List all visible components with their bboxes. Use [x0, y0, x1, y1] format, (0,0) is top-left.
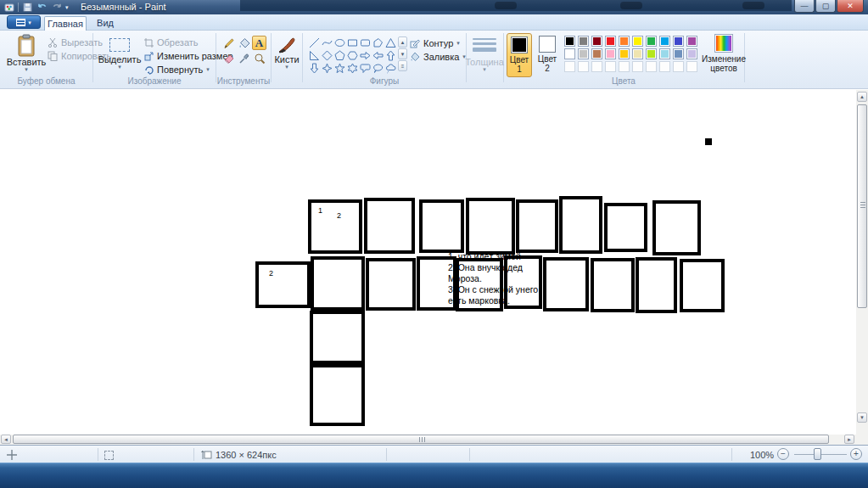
palette-swatch[interactable]	[605, 36, 616, 47]
scroll-right-button[interactable]: ►	[844, 435, 854, 444]
shape-star-5[interactable]	[333, 62, 346, 75]
shape-right-triangle[interactable]	[308, 49, 321, 62]
palette-swatch[interactable]	[591, 48, 602, 59]
close-button[interactable]: ✕	[837, 0, 864, 13]
palette-swatch[interactable]	[591, 36, 602, 47]
palette-swatch[interactable]	[686, 36, 697, 47]
pencil-tool[interactable]	[221, 36, 236, 50]
palette-swatch[interactable]	[564, 48, 575, 59]
canvas-size-value: 1360 × 624пкс	[216, 450, 277, 460]
zoom-out-button[interactable]: −	[777, 448, 789, 460]
ghost-button	[495, 2, 517, 9]
zoom-slider-thumb[interactable]	[814, 448, 821, 460]
vertical-scrollbar[interactable]: ▲ ▼	[856, 90, 868, 435]
shape-curve[interactable]	[321, 36, 333, 49]
eraser-tool[interactable]	[221, 51, 236, 65]
shape-arrow-right[interactable]	[359, 49, 372, 62]
select-button[interactable]: Выделить ▾	[98, 35, 141, 70]
ghost-button	[742, 2, 764, 9]
palette-empty-slot	[591, 61, 602, 72]
undo-button[interactable]	[36, 3, 48, 13]
minimize-button[interactable]: —	[794, 0, 815, 13]
outline-button[interactable]: Контур ▾	[410, 38, 460, 48]
palette-swatch[interactable]	[659, 36, 670, 47]
shape-rounded-rectangle[interactable]	[359, 36, 372, 49]
horizontal-scrollbar[interactable]: ◄ ►	[0, 435, 856, 445]
scroll-left-button[interactable]: ◄	[1, 435, 11, 444]
palette-swatch[interactable]	[673, 48, 684, 59]
shape-diamond[interactable]	[321, 49, 333, 62]
palette-swatch[interactable]	[578, 48, 589, 59]
cut-button[interactable]: Вырезать	[48, 37, 103, 48]
palette-swatch[interactable]	[646, 36, 657, 47]
vertical-scroll-thumb[interactable]	[857, 104, 867, 308]
palette-swatch[interactable]	[646, 48, 657, 59]
shapes-scroll: ▲ ▼ ≡	[398, 36, 407, 71]
palette-swatch[interactable]	[632, 48, 643, 59]
shapes-more-button[interactable]: ≡	[398, 60, 407, 71]
shape-pentagon[interactable]	[333, 49, 346, 62]
fill-button[interactable]: Заливка ▾	[410, 52, 466, 62]
paint-canvas[interactable]: 122 1. что идёт зимой2. Она внучка дедМо…	[0, 89, 856, 435]
shape-hexagon[interactable]	[346, 49, 359, 62]
shape-star-4[interactable]	[321, 62, 333, 75]
scroll-up-button[interactable]: ▲	[857, 92, 867, 102]
color1-button[interactable]: Цвет1	[507, 33, 532, 77]
paste-button[interactable]: Вставить ▾	[7, 34, 46, 72]
shape-triangle[interactable]	[384, 36, 397, 49]
text-tool[interactable]: A	[252, 36, 266, 50]
horizontal-scroll-thumb[interactable]	[13, 435, 829, 444]
shape-callout-oval[interactable]	[372, 62, 384, 75]
edit-colors-button[interactable]: Изменениецветов	[703, 34, 744, 73]
maximize-button[interactable]: ▢	[815, 0, 836, 13]
resize-button[interactable]: Изменить размер	[144, 51, 233, 61]
zoom-in-button[interactable]: +	[850, 448, 862, 460]
chevron-down-icon: ▾	[118, 65, 121, 70]
paint-app-icon	[3, 3, 14, 13]
shape-arrow-down[interactable]	[308, 62, 321, 75]
palette-swatch[interactable]	[605, 48, 616, 59]
palette-swatch[interactable]	[686, 48, 697, 59]
tab-home[interactable]: Главная	[44, 16, 87, 31]
crop-button[interactable]: Обрезать	[144, 37, 199, 48]
palette-swatch[interactable]	[673, 36, 684, 47]
clipboard-icon	[17, 34, 36, 57]
rainbow-icon	[714, 34, 733, 53]
shape-ellipse[interactable]	[333, 36, 346, 49]
chevron-down-icon: ▾	[25, 67, 28, 72]
qat-dropdown-icon[interactable]: ▾	[65, 4, 69, 10]
brushes-button[interactable]: Кисти ▾	[272, 34, 301, 70]
copy-icon	[48, 51, 58, 61]
palette-swatch[interactable]	[619, 48, 630, 59]
crossword-cell	[516, 199, 558, 253]
palette-swatch[interactable]	[632, 36, 643, 47]
shapes-scroll-down[interactable]: ▼	[398, 48, 407, 59]
shape-star-6[interactable]	[346, 62, 359, 75]
shape-line[interactable]	[308, 36, 321, 49]
rotate-button[interactable]: Повернуть ▾	[144, 65, 210, 75]
palette-swatch[interactable]	[619, 36, 630, 47]
scroll-down-button[interactable]: ▼	[857, 412, 867, 423]
picker-tool[interactable]	[237, 51, 251, 65]
shape-callout-cloud[interactable]	[384, 62, 397, 75]
palette-swatch[interactable]	[578, 36, 589, 47]
shape-polygon[interactable]	[372, 36, 384, 49]
shape-callout-rounded[interactable]	[359, 62, 372, 75]
palette-swatch[interactable]	[564, 36, 575, 47]
tab-view[interactable]: Вид	[89, 16, 121, 31]
redo-button[interactable]	[51, 3, 62, 13]
file-menu-button[interactable]: ▾	[7, 15, 41, 29]
color-palette	[564, 36, 700, 74]
shapes-scroll-up[interactable]: ▲	[398, 36, 407, 48]
crossword-cell: 12	[308, 199, 362, 254]
shape-arrow-left[interactable]	[372, 49, 384, 62]
palette-empty-slot	[673, 61, 684, 72]
color2-button[interactable]: Цвет2	[535, 33, 560, 77]
palette-swatch[interactable]	[659, 48, 670, 59]
fill-tool[interactable]	[237, 36, 251, 50]
thickness-button[interactable]: Толщина ▾	[468, 36, 501, 72]
shape-rectangle[interactable]	[346, 36, 359, 49]
shape-arrow-up[interactable]	[384, 49, 397, 62]
magnifier-tool[interactable]	[252, 51, 266, 65]
save-button[interactable]	[22, 3, 33, 13]
